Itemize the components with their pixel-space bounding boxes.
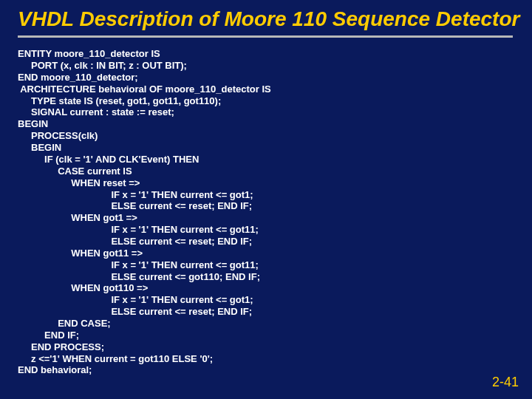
- slide: VHDL Description of Moore 110 Sequence D…: [0, 0, 532, 399]
- page-number: 2-41: [492, 375, 519, 390]
- code-block: ENTITY moore_110_detector IS PORT (x, cl…: [0, 38, 532, 376]
- slide-title: VHDL Description of Moore 110 Sequence D…: [0, 0, 520, 34]
